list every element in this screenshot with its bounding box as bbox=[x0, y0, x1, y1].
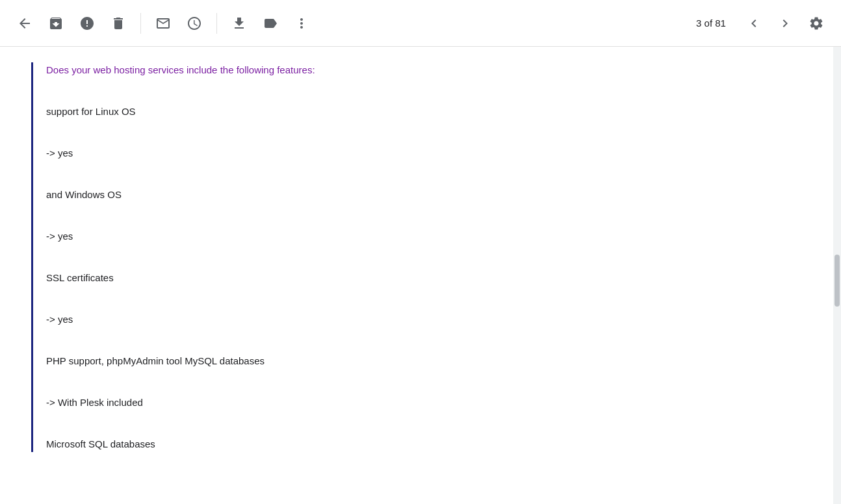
pagination: 3 of 81 bbox=[685, 9, 799, 38]
chevron-left-icon bbox=[746, 16, 762, 31]
download-icon bbox=[231, 16, 247, 31]
back-button[interactable] bbox=[10, 9, 39, 38]
mail-icon bbox=[155, 16, 171, 31]
divider-2 bbox=[216, 13, 217, 34]
pagination-text: 3 of 81 bbox=[685, 18, 737, 29]
line-php-answer: -> With Plesk included bbox=[46, 395, 616, 410]
label-button[interactable] bbox=[256, 9, 285, 38]
chevron-right-icon bbox=[777, 16, 793, 31]
delete-icon bbox=[110, 16, 126, 31]
prev-email-button[interactable] bbox=[740, 9, 768, 38]
divider-1 bbox=[140, 13, 141, 34]
scrollbar-thumb[interactable] bbox=[835, 255, 840, 307]
move-to-button[interactable] bbox=[225, 9, 253, 38]
line-linux-answer: -> yes bbox=[46, 145, 616, 161]
snooze-button[interactable] bbox=[180, 9, 209, 38]
line-linux-os: support for Linux OS bbox=[46, 104, 616, 120]
line-windows-answer: -> yes bbox=[46, 229, 616, 244]
label-icon bbox=[263, 16, 278, 31]
scrollbar-track bbox=[833, 47, 841, 504]
more-options-button[interactable] bbox=[287, 9, 316, 38]
alert-icon bbox=[79, 16, 95, 31]
archive-icon bbox=[48, 16, 64, 31]
toolbar: 3 of 81 bbox=[0, 0, 841, 47]
email-body[interactable]: Does your web hosting services include t… bbox=[0, 47, 833, 504]
clock-icon bbox=[187, 16, 202, 31]
more-vert-icon bbox=[294, 16, 309, 31]
line-php: PHP support, phpMyAdmin tool MySQL datab… bbox=[46, 353, 616, 369]
back-icon bbox=[17, 16, 32, 31]
alert-button[interactable] bbox=[73, 9, 101, 38]
line-windows-os: and Windows OS bbox=[46, 187, 616, 203]
line-mssql: Microsoft SQL databases bbox=[46, 436, 616, 452]
archive-button[interactable] bbox=[42, 9, 70, 38]
gear-icon bbox=[809, 16, 824, 31]
email-question: Does your web hosting services include t… bbox=[46, 62, 616, 78]
settings-button[interactable] bbox=[802, 9, 831, 38]
content-area: Does your web hosting services include t… bbox=[0, 47, 841, 504]
line-ssl: SSL certificates bbox=[46, 270, 616, 286]
next-email-button[interactable] bbox=[771, 9, 799, 38]
line-ssl-answer: -> yes bbox=[46, 312, 616, 327]
email-content: Does your web hosting services include t… bbox=[31, 62, 616, 452]
delete-button[interactable] bbox=[104, 9, 133, 38]
mark-unread-button[interactable] bbox=[149, 9, 177, 38]
